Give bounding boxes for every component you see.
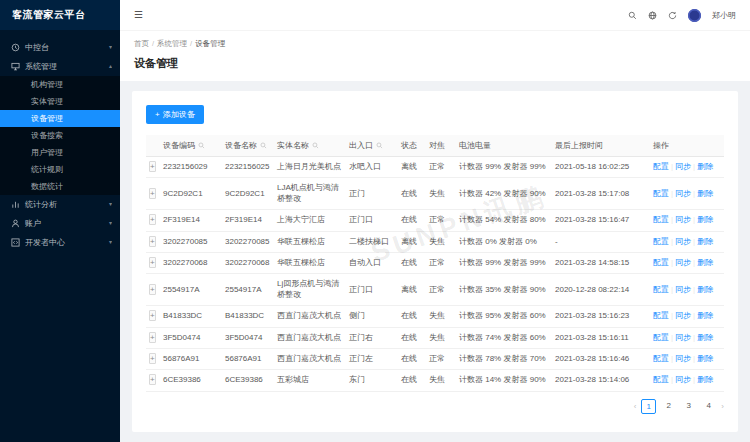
action-delete-link[interactable]: 删除 [697, 375, 713, 384]
action-delete-link[interactable]: 删除 [697, 162, 713, 171]
cell-report-time: 2020-12-28 08:22:14 [552, 274, 650, 306]
search-icon[interactable] [198, 142, 205, 149]
action-config-link[interactable]: 配置 [653, 333, 669, 342]
row-expand-icon[interactable]: + [149, 310, 156, 321]
row-expand-icon[interactable]: + [149, 214, 156, 225]
action-config-link[interactable]: 配置 [653, 258, 669, 267]
action-sync-link[interactable]: 同步 [675, 285, 691, 294]
action-config-link[interactable]: 配置 [653, 354, 669, 363]
action-delete-link[interactable]: 删除 [697, 237, 713, 246]
cell-focus: 正常 [426, 157, 456, 178]
sidebar-subitem-4[interactable]: 用户管理 [0, 144, 120, 161]
cell-entity-name: 华联五棵松店 [274, 231, 346, 252]
add-device-label: 添加设备 [163, 109, 195, 120]
action-config-link[interactable]: 配置 [653, 375, 669, 384]
pagination-page-3[interactable]: 3 [681, 399, 696, 414]
page-content: + 添加设备 设备编码设备名称实体名称出入口状态对焦电池电量最后上报时间操作+2… [120, 81, 750, 442]
action-config-link[interactable]: 配置 [653, 189, 669, 198]
action-sync-link[interactable]: 同步 [675, 258, 691, 267]
cell-device-name: 3202270085 [222, 231, 274, 252]
add-device-button[interactable]: + 添加设备 [146, 105, 204, 124]
action-separator: | [671, 215, 673, 224]
cell-battery: 计数器 95% 发射器 60% [456, 306, 552, 327]
chevron-down-icon: ▾ [109, 38, 112, 57]
action-delete-link[interactable]: 删除 [697, 215, 713, 224]
breadcrumb-item-1[interactable]: 系统管理 [157, 39, 187, 48]
cell-entity-name: 五彩城店 [274, 370, 346, 391]
row-expand-icon[interactable]: + [149, 374, 156, 385]
user-avatar[interactable] [688, 9, 701, 22]
search-icon[interactable] [312, 142, 319, 149]
cell-battery: 计数器 42% 发射器 90% [456, 178, 552, 210]
sidebar-item-4[interactable]: 开发者中心▾ [0, 233, 120, 252]
user-name[interactable]: 郑小明 [712, 10, 736, 21]
cell-status: 离线 [398, 274, 426, 306]
search-icon[interactable] [260, 142, 267, 149]
sidebar-item-1[interactable]: 系统管理▴ [0, 57, 120, 76]
sidebar-item-3[interactable]: 账户▾ [0, 214, 120, 233]
chart-icon [11, 200, 20, 209]
action-delete-link[interactable]: 删除 [697, 333, 713, 342]
action-delete-link[interactable]: 删除 [697, 189, 713, 198]
search-icon[interactable] [376, 142, 383, 149]
sidebar-subitem-5[interactable]: 统计规则 [0, 161, 120, 178]
action-sync-link[interactable]: 同步 [675, 237, 691, 246]
pagination-next-icon[interactable]: › [721, 402, 724, 411]
pagination-prev-icon[interactable]: ‹ [634, 402, 637, 411]
action-delete-link[interactable]: 删除 [697, 285, 713, 294]
menu-collapse-icon[interactable]: ☰ [134, 10, 143, 20]
sidebar-subitem-0[interactable]: 机构管理 [0, 76, 120, 93]
action-delete-link[interactable]: 删除 [697, 311, 713, 320]
row-expand-icon[interactable]: + [149, 353, 156, 364]
dev-icon [11, 238, 20, 247]
action-delete-link[interactable]: 删除 [697, 354, 713, 363]
cell-focus: 正常 [426, 252, 456, 273]
action-sync-link[interactable]: 同步 [675, 162, 691, 171]
action-delete-link[interactable]: 删除 [697, 258, 713, 267]
row-expand-icon[interactable]: + [149, 236, 156, 247]
sidebar-subitem-6[interactable]: 数据统计 [0, 178, 120, 195]
sidebar-item-2[interactable]: 统计分析▾ [0, 195, 120, 214]
row-expand-icon[interactable]: + [149, 332, 156, 343]
action-sync-link[interactable]: 同步 [675, 333, 691, 342]
sidebar-subitem-1[interactable]: 实体管理 [0, 93, 120, 110]
cell-door: 正门左 [346, 348, 398, 369]
action-sync-link[interactable]: 同步 [675, 375, 691, 384]
action-separator: | [671, 189, 673, 198]
cell-door: 正门 [346, 178, 398, 210]
action-config-link[interactable]: 配置 [653, 215, 669, 224]
sidebar-item-0[interactable]: 中控台▾ [0, 38, 120, 57]
sidebar-nav: 中控台▾系统管理▴机构管理实体管理设备管理设备搜索用户管理统计规则数据统计统计分… [0, 30, 120, 252]
cell-door: 正门右 [346, 327, 398, 348]
pagination-page-2[interactable]: 2 [661, 399, 676, 414]
column-header-5: 对焦 [426, 135, 456, 157]
row-expand-icon[interactable]: + [149, 284, 156, 295]
action-config-link[interactable]: 配置 [653, 285, 669, 294]
breadcrumb: 首页/系统管理/设备管理 [134, 39, 736, 49]
sidebar-subitem-2[interactable]: 设备管理 [0, 110, 120, 127]
search-icon[interactable] [628, 11, 637, 20]
pagination-page-4[interactable]: 4 [701, 399, 716, 414]
row-expand-icon[interactable]: + [149, 257, 156, 268]
row-expand-icon[interactable]: + [149, 188, 156, 199]
table-row-1: +9C2D92C19C2D92C1LJA机点机与鸿清桥整改正门在线失焦计数器 4… [146, 178, 724, 210]
pagination-page-1[interactable]: 1 [641, 399, 656, 414]
action-config-link[interactable]: 配置 [653, 311, 669, 320]
breadcrumb-item-0[interactable]: 首页 [134, 39, 149, 48]
globe-icon[interactable] [648, 11, 657, 20]
action-sync-link[interactable]: 同步 [675, 354, 691, 363]
action-sync-link[interactable]: 同步 [675, 215, 691, 224]
table-row-6: +B41833DCB41833DC西直门嘉茂大机点侧门在线失焦计数器 95% 发… [146, 306, 724, 327]
action-config-link[interactable]: 配置 [653, 162, 669, 171]
table-row-0: +22321560292232156025上海日月光美机点水吧入口离线正常计数器… [146, 157, 724, 178]
sidebar-subitem-3[interactable]: 设备搜索 [0, 127, 120, 144]
refresh-icon[interactable] [668, 11, 677, 20]
action-separator: | [693, 375, 695, 384]
action-sync-link[interactable]: 同步 [675, 311, 691, 320]
action-sync-link[interactable]: 同步 [675, 189, 691, 198]
cell-device-name: 56876A91 [222, 348, 274, 369]
action-config-link[interactable]: 配置 [653, 237, 669, 246]
cell-focus: 正常 [426, 210, 456, 231]
table-row-5: +2554917A2554917ALj回形点机与鸿清桥整改正门口离线正常计数器 … [146, 274, 724, 306]
row-expand-icon[interactable]: + [149, 161, 156, 172]
